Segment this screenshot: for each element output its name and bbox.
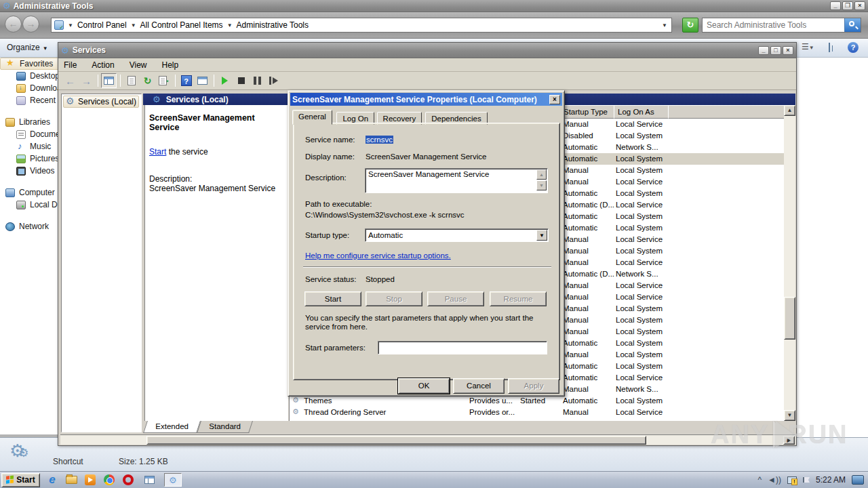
taskbar-item-admin-tools[interactable]	[140, 473, 159, 487]
help-button[interactable]: ?	[178, 73, 194, 88]
action-center-flag-icon[interactable]	[803, 477, 810, 483]
start-service-button[interactable]	[217, 73, 233, 88]
sidebar-item-label: Favorites	[20, 59, 53, 68]
horizontal-scrollbar[interactable]: ▶	[60, 434, 795, 445]
stop-button[interactable]: Stop	[366, 291, 422, 306]
pause-button[interactable]: Pause	[427, 291, 484, 306]
minimize-button[interactable]: _	[830, 1, 841, 10]
service-gear-icon: ⚙	[292, 396, 299, 405]
breadcrumb-dropdown-icon[interactable]: ▼	[662, 22, 671, 28]
restore-button[interactable]: ❐	[842, 1, 853, 10]
taskbar-item-services[interactable]: ⚙	[164, 473, 182, 487]
services-app-icon: ⚙	[61, 46, 69, 55]
hscrollbar-thumb[interactable]	[146, 436, 646, 445]
media-player-icon[interactable]	[83, 473, 97, 487]
organize-button[interactable]: Organize▼	[7, 43, 48, 52]
breadcrumb-arrow-icon[interactable]: ▼	[64, 22, 77, 28]
scroll-down-icon[interactable]: ▼	[536, 180, 547, 190]
scrollbar-thumb[interactable]	[784, 297, 795, 340]
help-icon[interactable]: ?	[848, 42, 859, 53]
file-explorer-icon[interactable]	[64, 473, 78, 487]
cell-startup: Manual	[563, 235, 614, 243]
restart-service-button[interactable]	[266, 73, 281, 88]
preview-pane-button[interactable]	[829, 43, 830, 52]
taskbar: Start e ⚙ ^ ◄)) 5:22 AM	[0, 471, 868, 488]
breadcrumb[interactable]: ▼Control Panel▼All Control Panel Items▼A…	[51, 18, 672, 33]
start-parameters-input[interactable]	[378, 341, 547, 354]
vertical-scrollbar[interactable]: ▲ ▼	[784, 105, 795, 421]
taskbar-clock[interactable]: 5:22 AM	[816, 475, 846, 485]
services-banner-icon: ⚙	[153, 95, 161, 104]
tray-chevron-icon[interactable]: ^	[757, 475, 762, 485]
stop-service-button[interactable]	[233, 73, 249, 88]
service-row-themes[interactable]: ⚙ThemesProvides u...StartedAutomaticLoca…	[290, 395, 785, 407]
startup-help-link[interactable]: Help me configure service startup option…	[305, 251, 451, 260]
services-minimize-button[interactable]: _	[758, 46, 769, 55]
view-tab-standard[interactable]: Standard	[197, 421, 253, 433]
description-field[interactable]: ScreenSaver Management Service ▲ ▼	[365, 168, 548, 193]
pause-service-button[interactable]	[250, 73, 265, 88]
apply-button[interactable]: Apply	[508, 378, 559, 394]
view-tab-extended[interactable]: Extended	[143, 421, 200, 433]
cancel-button[interactable]: Cancel	[453, 378, 505, 394]
breadcrumb-arrow-icon[interactable]: ▼	[127, 22, 140, 28]
forward-button[interactable]: →	[22, 16, 39, 33]
resume-button[interactable]: Resume	[490, 291, 547, 306]
breadcrumb-item[interactable]: Administrative Tools	[237, 20, 309, 30]
menu-help[interactable]: Help	[162, 60, 179, 70]
cell-startup: Automatic	[563, 155, 614, 163]
column-header-log-on-as[interactable]: Log On As	[614, 105, 669, 119]
network-icon[interactable]	[787, 476, 797, 484]
scroll-right-button[interactable]: ▶	[783, 436, 795, 445]
services-close-button[interactable]: ×	[783, 46, 793, 55]
internet-explorer-icon[interactable]: e	[45, 473, 59, 487]
startup-type-select[interactable]: Automatic ▼	[365, 228, 549, 242]
sidebar-item-label: Computer	[19, 188, 55, 197]
selected-service-title: ScreenSaver Management Service	[149, 113, 284, 132]
scroll-up-icon[interactable]: ▲	[536, 169, 547, 180]
new-window-button[interactable]	[195, 73, 210, 88]
menu-file[interactable]: File	[64, 60, 77, 70]
scroll-down-button[interactable]: ▼	[784, 410, 795, 421]
tree-item-services-local[interactable]: Services (Local)	[63, 96, 139, 108]
start-button[interactable]: Start	[304, 291, 361, 306]
cell-startup: Manual	[563, 178, 614, 186]
services-maximize-button[interactable]: □	[770, 46, 781, 55]
combo-dropdown-icon[interactable]: ▼	[536, 230, 547, 241]
volume-icon[interactable]: ◄))	[768, 475, 781, 485]
show-console-tree-button[interactable]	[101, 73, 117, 88]
show-desktop-button[interactable]	[852, 475, 864, 485]
back-button[interactable]: ←	[5, 16, 22, 33]
refresh-button[interactable]: ↻	[682, 18, 698, 33]
service-row-thread-ordering-server[interactable]: ⚙Thread Ordering ServerProvides or...Man…	[290, 407, 785, 418]
start-service-link[interactable]: Start	[149, 147, 166, 157]
column-header-startup-type[interactable]: Startup Type	[561, 105, 614, 119]
opera-icon[interactable]	[121, 473, 135, 487]
start-button[interactable]: Start	[1, 473, 40, 487]
ok-button[interactable]: OK	[398, 378, 450, 394]
services-menubar: FileActionViewHelp	[58, 58, 796, 72]
cell-logon: Local Service	[616, 258, 677, 266]
search-box[interactable]	[702, 18, 861, 33]
banner-title: Services (Local)	[166, 95, 229, 104]
menu-action[interactable]: Action	[92, 60, 114, 70]
search-button[interactable]	[844, 18, 861, 32]
breadcrumb-arrow-icon[interactable]: ▼	[223, 22, 237, 28]
refresh-icon: ↻	[144, 75, 152, 86]
breadcrumb-item[interactable]: All Control Panel Items	[140, 20, 223, 30]
back-button[interactable]: ←	[62, 73, 78, 88]
description-text: ScreenSaver Management Service	[149, 184, 284, 193]
forward-button[interactable]: →	[79, 73, 94, 88]
close-button[interactable]: ×	[854, 1, 865, 10]
dialog-tab-general[interactable]: General	[292, 110, 332, 125]
refresh-button[interactable]: ↻	[140, 73, 155, 88]
export-list-button[interactable]: ▶	[156, 73, 172, 88]
views-button[interactable]: ☰▼	[802, 42, 814, 54]
menu-view[interactable]: View	[130, 60, 147, 70]
breadcrumb-item[interactable]: Control Panel	[77, 20, 127, 30]
properties-button[interactable]	[123, 73, 139, 88]
search-input[interactable]	[703, 20, 844, 30]
chrome-icon[interactable]	[102, 473, 116, 487]
scroll-up-button[interactable]: ▲	[784, 105, 795, 116]
dialog-close-button[interactable]: ×	[549, 95, 560, 104]
